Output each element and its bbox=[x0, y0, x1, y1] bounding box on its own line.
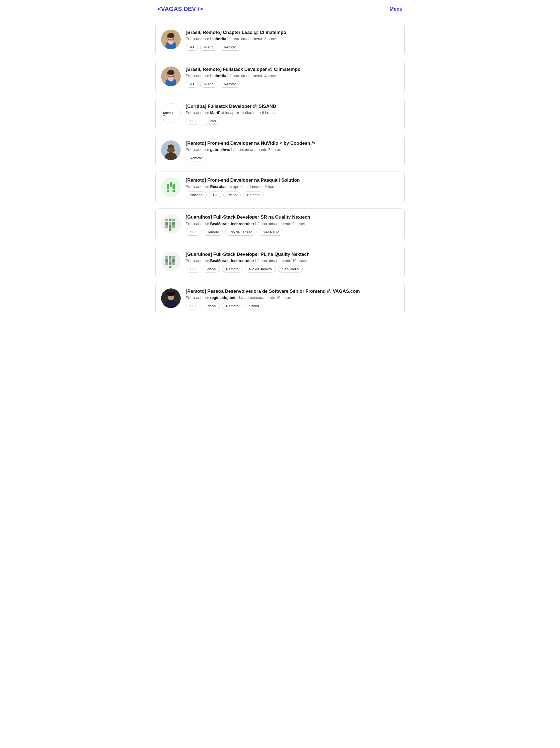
job-poster: gabrielhws bbox=[210, 147, 230, 152]
job-title: [Brasil, Remoto] Fullstack Developer @ C… bbox=[186, 67, 399, 72]
svg-rect-33 bbox=[169, 222, 171, 225]
job-card[interactable]: [Remoto] Pessoa Desenvolvedora de Softwa… bbox=[155, 283, 405, 315]
job-info: [Remoto] Front-end Developer na NuVidio … bbox=[186, 140, 399, 161]
job-poster: BeaMorais-techrecruiter bbox=[210, 259, 254, 263]
job-tag: São Paulo bbox=[278, 266, 303, 273]
site-title: <VAGAS DEV /> bbox=[157, 5, 203, 13]
svg-rect-35 bbox=[165, 225, 168, 228]
job-card[interactable]: [Guarulhos] Full-Stack Developer SR na Q… bbox=[155, 209, 405, 241]
svg-rect-34 bbox=[172, 222, 175, 225]
job-info: [Guarulhos] Full-Stack Developer SR na Q… bbox=[186, 214, 399, 235]
job-tag: Pleno bbox=[200, 81, 217, 88]
job-info: [Brasil, Remoto] Chapter Lead @ Climatem… bbox=[186, 29, 399, 51]
job-tag: Pleno bbox=[223, 191, 241, 198]
job-avatar bbox=[161, 140, 181, 160]
svg-rect-45 bbox=[165, 262, 168, 265]
svg-rect-30 bbox=[169, 218, 171, 221]
svg-rect-40 bbox=[169, 256, 171, 259]
job-poster: Recrutas bbox=[210, 184, 227, 189]
job-tag: Júnior bbox=[203, 118, 220, 124]
job-info: [Remoto] Pessoa Desenvolvedora de Softwa… bbox=[186, 288, 399, 309]
job-info: [Remoto] Front-end Developer na Pasquali… bbox=[186, 177, 399, 198]
job-title: [Remoto] Front-end Developer na NuVidio … bbox=[186, 140, 399, 146]
svg-rect-28 bbox=[173, 190, 175, 192]
job-card[interactable]: foto [Brasil, Remoto] Fullstack Develope… bbox=[155, 61, 405, 93]
svg-rect-43 bbox=[169, 259, 171, 262]
job-tag: Rio de Janeiro bbox=[245, 266, 276, 273]
job-tag: Remoto bbox=[222, 303, 243, 309]
svg-rect-26 bbox=[173, 187, 175, 189]
job-tag: Remoto bbox=[186, 155, 206, 161]
job-posted: Publicado por BeaMorais-techrecruiter há… bbox=[186, 259, 399, 263]
svg-rect-42 bbox=[165, 259, 168, 262]
svg-rect-39 bbox=[165, 256, 168, 259]
job-tag: Rio de Janeiro bbox=[225, 229, 257, 236]
job-title: [Guarulhos] Full-Stack Developer PL na Q… bbox=[186, 252, 399, 257]
svg-rect-38 bbox=[169, 229, 171, 231]
job-title: [Remoto] Pessoa Desenvolvedora de Softwa… bbox=[186, 288, 399, 295]
job-avatar bbox=[161, 177, 181, 197]
job-list: foto [Brasil, Remoto] Chapter Lead @ Cli… bbox=[153, 24, 407, 324]
job-tag: Alocado bbox=[186, 191, 207, 198]
job-posted: Publicado por Recrutas há aproximadament… bbox=[186, 184, 399, 189]
svg-point-51 bbox=[167, 291, 175, 296]
svg-rect-37 bbox=[172, 225, 175, 228]
job-card[interactable]: Novare ■■ [Curitiba] Fullsatck Developer… bbox=[155, 98, 405, 130]
svg-rect-48 bbox=[169, 266, 171, 268]
svg-rect-21 bbox=[170, 182, 172, 184]
job-tag: Remoto bbox=[220, 81, 240, 88]
job-avatar: Novare ■■ bbox=[161, 103, 181, 123]
svg-rect-44 bbox=[172, 259, 175, 262]
job-avatar bbox=[161, 252, 181, 271]
job-avatar: foto bbox=[161, 29, 181, 49]
svg-rect-32 bbox=[165, 222, 168, 225]
job-card[interactable]: [Remoto] Front-end Developer na NuVidio … bbox=[155, 135, 405, 167]
job-title: [Curitiba] Fullsatck Developer @ SISAND bbox=[186, 103, 399, 110]
job-tags: CLTPlenoRemotoSênior bbox=[186, 303, 399, 309]
job-card[interactable]: [Remoto] Front-end Developer na Pasquali… bbox=[155, 171, 405, 204]
job-posted: Publicado por BeaMorais-techrecruiter há… bbox=[186, 221, 399, 226]
svg-rect-29 bbox=[165, 218, 168, 221]
svg-text:foto: foto bbox=[169, 75, 173, 78]
svg-rect-31 bbox=[172, 218, 175, 221]
job-poster: feahorita bbox=[210, 74, 226, 78]
job-card[interactable]: [Guarulhos] Full-Stack Developer PL na Q… bbox=[155, 246, 405, 278]
svg-rect-23 bbox=[167, 184, 169, 187]
job-tag: PJ bbox=[209, 191, 221, 198]
job-tag: Sênior bbox=[245, 303, 263, 309]
job-tag: Remoto bbox=[220, 44, 240, 51]
job-poster: MariPsi bbox=[210, 111, 224, 115]
job-tags: CLTJúnior bbox=[186, 118, 399, 124]
job-title: [Brasil, Remoto] Chapter Lead @ Climatem… bbox=[186, 29, 399, 36]
job-info: [Curitiba] Fullsatck Developer @ SISAND … bbox=[186, 103, 399, 124]
job-posted: Publicado por feahorita há aproximadamen… bbox=[186, 74, 399, 78]
svg-rect-41 bbox=[172, 256, 175, 259]
job-posted: Publicado por reginaldojunior há aproxim… bbox=[186, 296, 399, 300]
job-posted: Publicado por feahorita há aproximadamen… bbox=[186, 37, 399, 41]
svg-point-3 bbox=[167, 33, 174, 38]
job-tag: Pleno bbox=[200, 44, 217, 51]
job-tag: Remoto bbox=[203, 229, 223, 236]
menu-button[interactable]: Menu bbox=[390, 6, 403, 12]
job-info: [Brasil, Remoto] Fullstack Developer @ C… bbox=[186, 67, 399, 88]
svg-rect-46 bbox=[169, 262, 171, 265]
job-tag: Pleno bbox=[203, 303, 220, 309]
job-posted: Publicado por MariPsi há aproximadamente… bbox=[186, 111, 399, 115]
job-tag: São Paulo bbox=[259, 229, 283, 236]
svg-rect-36 bbox=[169, 225, 171, 228]
job-card[interactable]: foto [Brasil, Remoto] Chapter Lead @ Cli… bbox=[155, 24, 405, 56]
job-tags: Remoto bbox=[186, 155, 399, 161]
job-avatar bbox=[161, 214, 181, 234]
svg-rect-24 bbox=[173, 184, 175, 187]
site-header: <VAGAS DEV /> Menu bbox=[153, 0, 407, 17]
job-posted: Publicado por gabrielhws há aproximadame… bbox=[186, 147, 399, 152]
job-tags: PJPlenoRemoto bbox=[186, 44, 399, 51]
job-poster: reginaldojunior bbox=[210, 296, 238, 300]
job-poster: feahorita bbox=[210, 37, 226, 41]
job-tag: Remoto bbox=[222, 266, 243, 273]
job-avatar bbox=[161, 288, 181, 308]
svg-rect-27 bbox=[167, 190, 169, 192]
job-tag: CLT bbox=[186, 303, 200, 309]
svg-text:■■: ■■ bbox=[163, 115, 165, 116]
job-tag: CLT bbox=[186, 266, 200, 273]
